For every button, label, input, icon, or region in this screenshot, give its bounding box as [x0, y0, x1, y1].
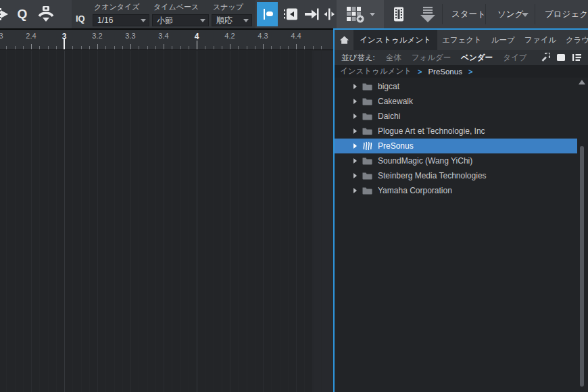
- sort-option-0[interactable]: 全体: [386, 53, 401, 63]
- list-item-5[interactable]: SoundMagic (Wang YiChi): [335, 153, 577, 168]
- grid-line: [6, 51, 7, 392]
- grid-line: [247, 51, 247, 392]
- ruler-tick: [105, 46, 106, 49]
- song-dropdown-caret[interactable]: [522, 13, 529, 17]
- input-quantize-toggle[interactable]: IQ: [76, 14, 85, 24]
- wrench-icon[interactable]: [541, 53, 550, 62]
- macro-icon[interactable]: [34, 0, 58, 28]
- list-item-7[interactable]: Yamaha Corporation: [335, 183, 577, 198]
- grid-line: [147, 51, 148, 392]
- ruler-tick: [48, 46, 49, 49]
- playhead-marker[interactable]: [64, 38, 65, 49]
- list-item-0[interactable]: bigcat: [335, 79, 577, 94]
- instrument-vendor-list: bigcatCakewalkDaichiPlogue Art et Techno…: [335, 78, 588, 392]
- breadcrumb-item-0[interactable]: インストゥルメント: [340, 66, 412, 76]
- download-arrow-icon[interactable]: [415, 0, 441, 28]
- ruler-tick: [255, 46, 255, 49]
- ruler-tick: [321, 46, 322, 49]
- split-horizontal-icon[interactable]: [322, 0, 337, 28]
- sort-label: 並び替え:: [341, 53, 375, 63]
- grid-line: [214, 51, 214, 392]
- list-item-label: Steinberg Media Technologies: [378, 171, 487, 180]
- go-to-end-icon[interactable]: [301, 0, 322, 28]
- browser-tab-4[interactable]: クラウド: [561, 30, 588, 50]
- list-item-label: Yamaha Corporation: [378, 186, 452, 195]
- scroll-up-arrow-icon[interactable]: [579, 80, 585, 84]
- browser-tab-1[interactable]: エフェクト: [437, 30, 487, 50]
- browser-tab-0[interactable]: インストゥルメント: [353, 30, 437, 50]
- quantize-select[interactable]: 1/16: [93, 14, 149, 26]
- add-track-button[interactable]: [337, 0, 384, 28]
- list-item-6[interactable]: Steinberg Media Technologies: [335, 168, 577, 183]
- browser-tab-3[interactable]: ファイル: [520, 30, 561, 50]
- list-item-4[interactable]: PreSonus: [335, 139, 577, 153]
- expander-icon[interactable]: [353, 114, 357, 119]
- folder-icon: [362, 126, 373, 136]
- sort-option-2[interactable]: ベンダー: [461, 53, 493, 63]
- ruler-tick: [155, 46, 156, 49]
- list-item-2[interactable]: Daichi: [335, 109, 577, 124]
- quantize-icon[interactable]: Q: [14, 0, 31, 28]
- home-icon[interactable]: [335, 30, 353, 50]
- ruler-tick: [31, 44, 32, 49]
- scrollbar-thumb[interactable]: [580, 146, 584, 387]
- expander-icon[interactable]: [353, 158, 357, 164]
- toolbar-separator: [485, 4, 486, 24]
- list-item-3[interactable]: Plogue Art et Technologie, Inc: [335, 124, 577, 139]
- chevron-down-icon: [141, 19, 146, 22]
- snap-mode-select[interactable]: 順応: [212, 14, 252, 26]
- thumbnail-view-icon[interactable]: [556, 53, 566, 62]
- list-item-label: Daichi: [378, 112, 400, 121]
- autoscroll-icon[interactable]: [0, 0, 14, 28]
- video-icon[interactable]: [389, 0, 408, 28]
- expander-icon[interactable]: [353, 188, 357, 193]
- grid-end-strip: [312, 51, 333, 392]
- breadcrumb-arrow-icon: >: [468, 68, 472, 76]
- ruler-tick: [97, 44, 98, 49]
- expander-icon[interactable]: [353, 99, 357, 104]
- sort-option-3[interactable]: タイプ: [503, 53, 526, 63]
- list-item-label: Plogue Art et Technologie, Inc: [378, 126, 485, 136]
- list-view-icon[interactable]: [572, 53, 582, 62]
- ruler-tick: [271, 46, 272, 49]
- ruler-label: 4.4: [291, 32, 301, 40]
- ruler-tick: [6, 46, 7, 49]
- list-item-1[interactable]: Cakewalk: [335, 94, 577, 109]
- ruler-label: 4.2: [224, 32, 235, 40]
- grid-line: [31, 51, 32, 392]
- ruler-label: 3.3: [125, 32, 135, 40]
- ruler-tick: [39, 46, 40, 49]
- quantize-label: クオンタイズ: [94, 2, 149, 12]
- grid-line: [48, 51, 49, 392]
- toolbar-separator: [535, 4, 535, 24]
- browser-tab-2[interactable]: ループ: [487, 30, 520, 50]
- nudge-left-icon[interactable]: [281, 0, 300, 28]
- ruler-tick: [122, 46, 123, 49]
- main-toolbar: Q IQ クオンタイズ 1/16 タイムベース 小: [0, 0, 588, 28]
- snap-toggle-button[interactable]: [257, 2, 278, 26]
- list-item-label: bigcat: [378, 82, 399, 91]
- snap-label: スナップ: [213, 2, 252, 12]
- list-item-label: Cakewalk: [378, 97, 413, 106]
- arrangement-grid[interactable]: [0, 51, 333, 392]
- expander-icon[interactable]: [353, 143, 357, 149]
- folder-icon: [362, 186, 373, 195]
- folder-icon: [362, 112, 373, 121]
- ruler-tick: [172, 46, 172, 49]
- sort-options: 全体フォルダーベンダータイプ: [386, 53, 537, 63]
- ruler-tick: [15, 46, 16, 49]
- expander-icon[interactable]: [353, 84, 357, 89]
- ruler-tick: [189, 46, 189, 49]
- ruler-tick: [222, 46, 222, 49]
- expander-icon[interactable]: [353, 128, 357, 134]
- ruler-tick: [114, 46, 115, 49]
- breadcrumb-item-1[interactable]: PreSonus: [428, 68, 462, 76]
- grid-line: [56, 51, 57, 392]
- sort-option-1[interactable]: フォルダー: [412, 53, 451, 63]
- expander-icon[interactable]: [353, 173, 357, 178]
- grid-line: [180, 51, 181, 392]
- timeline-ruler[interactable]: 2.32.433.23.33.444.24.34.4: [0, 30, 333, 50]
- project-page-button[interactable]: プロジェクト: [538, 0, 588, 28]
- timebase-select[interactable]: 小節: [152, 14, 209, 26]
- ruler-tick: [180, 46, 181, 49]
